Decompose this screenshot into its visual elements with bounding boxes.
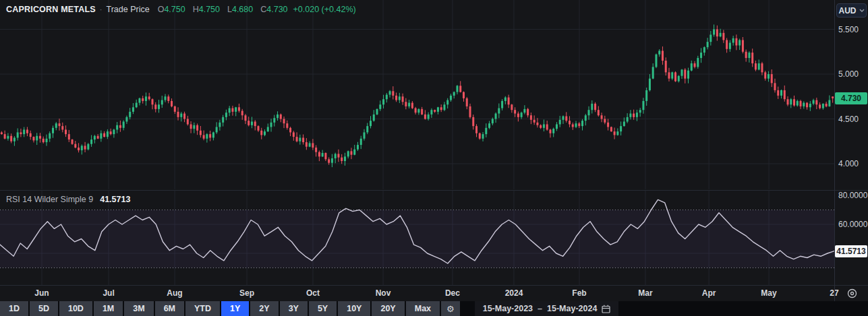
right-axis[interactable]: AUD 5.5005.0004.5004.000 4.730 80.000060…	[834, 0, 868, 301]
range-button-3y[interactable]: 3Y	[280, 301, 308, 316]
last-price-tag: 4.730	[835, 92, 867, 104]
range-button-6m[interactable]: 6M	[155, 301, 184, 316]
currency-dropdown[interactable]: AUD	[836, 3, 867, 18]
time-axis[interactable]: JunJulAugSepOctNovDec2024FebMarAprMay 27	[0, 286, 868, 301]
range-button-20y[interactable]: 20Y	[372, 301, 404, 316]
range-button-1m[interactable]: 1M	[94, 301, 123, 316]
rsi-tick-80: 80.0000	[838, 191, 867, 200]
range-button-3m[interactable]: 3M	[124, 301, 153, 316]
circled-dot-icon	[847, 288, 857, 298]
range-button-ytd[interactable]: YTD	[185, 301, 220, 316]
time-label-2024: 2024	[505, 288, 523, 298]
time-label-jul: Jul	[103, 288, 114, 298]
time-label-feb: Feb	[572, 288, 586, 298]
range-button-1d[interactable]: 1D	[0, 301, 28, 316]
range-button-2y[interactable]: 2Y	[250, 301, 278, 316]
price-tick-4.000: 4.000	[838, 159, 859, 168]
range-button-10y[interactable]: 10Y	[338, 301, 370, 316]
chart-settings-button[interactable]: ⚙	[441, 301, 460, 316]
time-label-apr: Apr	[702, 288, 716, 298]
rsi-tick-60: 60.0000	[838, 220, 867, 229]
chevron-down-icon	[859, 9, 865, 12]
gear-icon: ⚙	[446, 304, 455, 314]
ohlc-open: O4.750	[158, 5, 185, 14]
price-legend: CAPRICORN METALS · Trade Price O4.750H4.…	[6, 5, 356, 14]
range-button-1y[interactable]: 1Y	[221, 301, 249, 316]
time-label-sep: Sep	[239, 288, 254, 298]
time-label-nov: Nov	[376, 288, 391, 298]
price-tick-5.500: 5.500	[838, 25, 859, 34]
rsi-pane[interactable]	[0, 191, 834, 285]
legend-separator: ·	[100, 5, 103, 13]
pane-divider[interactable]	[0, 190, 868, 191]
calendar-icon	[602, 305, 610, 313]
price-tick-5.000: 5.000	[838, 69, 859, 79]
time-axis-border	[0, 285, 868, 286]
price-pane[interactable]: CAPRICORN METALS · Trade Price O4.750H4.…	[0, 0, 834, 189]
range-button-max[interactable]: Max	[406, 301, 440, 316]
series-label: Trade Price	[107, 5, 150, 14]
time-label-oct: Oct	[306, 288, 320, 298]
ohlc-high: H4.750	[193, 5, 220, 14]
date-range-button[interactable]: 15-May-2023 – 15-May-2024	[475, 301, 619, 316]
range-button-5d[interactable]: 5D	[30, 301, 58, 316]
rsi-current-value: 41.5713	[100, 195, 130, 204]
range-toolbar: 1D5D10D1M3M6MYTD1Y2Y3Y5Y10Y20YMax ⚙ 15-M…	[0, 301, 868, 316]
rsi-legend: RSI 14 Wilder Simple 9 41.5713	[6, 195, 130, 204]
symbol-name[interactable]: CAPRICORN METALS	[6, 5, 96, 14]
target-button[interactable]	[844, 287, 859, 300]
rsi-value-tag: 41.5713	[835, 245, 867, 257]
range-button-5y[interactable]: 5Y	[309, 301, 337, 316]
trading-chart-app: CAPRICORN METALS · Trade Price O4.750H4.…	[0, 0, 868, 316]
date-from: 15-May-2023	[483, 304, 533, 313]
time-label-aug: Aug	[167, 288, 182, 298]
date-separator: –	[538, 304, 542, 313]
rsi-indicator-label[interactable]: RSI 14 Wilder Simple 9	[6, 195, 93, 204]
time-label-jun: Jun	[34, 288, 49, 298]
rsi-chart-svg[interactable]	[0, 191, 834, 285]
range-button-10d[interactable]: 10D	[59, 301, 92, 316]
price-tick-4.500: 4.500	[838, 115, 859, 124]
currency-label: AUD	[839, 6, 857, 15]
time-label-dec: Dec	[445, 288, 460, 298]
date-to: 15-May-2024	[547, 304, 597, 313]
range-buttons: 1D5D10D1M3M6MYTD1Y2Y3Y5Y10Y20YMax	[0, 301, 440, 316]
time-label-may: May	[761, 288, 776, 298]
ohlc-close: C4.730	[260, 5, 287, 14]
ohlc-low: L4.680	[227, 5, 253, 14]
ohlc-values: O4.750H4.750L4.680C4.730	[156, 5, 288, 14]
price-chart-svg[interactable]	[0, 0, 834, 189]
price-change: +0.020 (+0.42%)	[293, 5, 356, 14]
time-label-mar: Mar	[638, 288, 652, 298]
